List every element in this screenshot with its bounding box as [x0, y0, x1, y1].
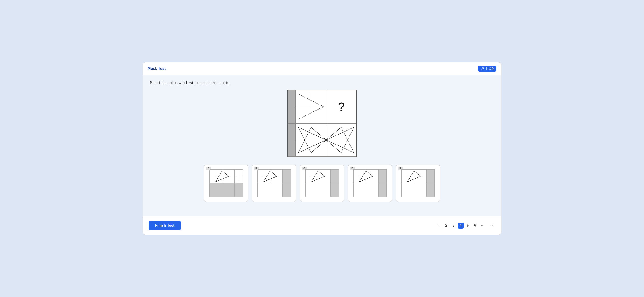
- opt-b-tl-svg: [258, 170, 282, 183]
- page-3-button[interactable]: 3: [450, 222, 456, 228]
- svg-line-12: [298, 127, 326, 140]
- opt-d-bl: [354, 183, 378, 197]
- opt-e-tl: [402, 170, 426, 183]
- matrix-svg-r1c2: [296, 90, 326, 123]
- header: Mock Test ⏱ 11:20: [143, 62, 501, 75]
- matrix-svg-bottom: [296, 124, 356, 156]
- matrix-cell-r1c3: ?: [326, 90, 357, 123]
- prev-page-button[interactable]: ←: [434, 222, 442, 229]
- page-5-button[interactable]: 5: [465, 222, 471, 228]
- opt-c-tr: [330, 170, 339, 183]
- opt-a-bl: [235, 183, 243, 197]
- header-title: Mock Test: [148, 66, 166, 71]
- question-mark: ?: [338, 100, 344, 114]
- opt-c-tl-svg: [306, 170, 330, 183]
- opt-b-br: [283, 183, 291, 197]
- opt-d-tr: [378, 170, 387, 183]
- matrix-cell-r2-bottom: [296, 123, 356, 157]
- pagination: ← 2 3 4 5 6 ··· →: [434, 222, 496, 229]
- content-area: Select the option which will complete th…: [143, 75, 501, 216]
- page-4-button[interactable]: 4: [458, 222, 464, 228]
- option-e[interactable]: E: [396, 164, 440, 202]
- option-a-inner: [209, 169, 243, 197]
- opt-d-tl-svg: [354, 170, 378, 183]
- option-d-inner: [353, 169, 387, 197]
- main-container: Mock Test ⏱ 11:20 Select the option whic…: [143, 62, 501, 235]
- page-6-button[interactable]: 6: [472, 222, 478, 228]
- opt-e-br: [426, 183, 435, 197]
- opt-b-tr: [283, 170, 291, 183]
- option-b-inner: [257, 169, 291, 197]
- opt-e-tr: [426, 170, 435, 183]
- opt-c-tl: [306, 170, 330, 183]
- timer-badge: ⏱ 11:20: [478, 66, 496, 72]
- matrix-cell-r1c2: [296, 90, 326, 123]
- opt-b-tl: [258, 170, 283, 183]
- option-c-inner: [305, 169, 339, 197]
- opt-a-tl-svg: [210, 170, 234, 183]
- opt-d-tl: [354, 170, 378, 183]
- option-a[interactable]: A: [204, 164, 248, 202]
- option-b[interactable]: B: [252, 164, 296, 202]
- opt-a-tr: [235, 170, 243, 183]
- svg-line-15: [326, 127, 354, 140]
- opt-a-br: [210, 183, 235, 197]
- page-2-button[interactable]: 2: [443, 222, 449, 228]
- opt-c-bl: [306, 183, 330, 197]
- options-row: A: [150, 164, 494, 202]
- opt-d-br: [378, 183, 387, 197]
- option-c[interactable]: C: [300, 164, 344, 202]
- next-page-button[interactable]: →: [488, 222, 496, 229]
- option-e-inner: [401, 169, 435, 197]
- page-more-button[interactable]: ···: [480, 222, 486, 228]
- matrix-cell-r1c1: [288, 90, 296, 123]
- opt-a-tl: [210, 170, 235, 183]
- svg-line-27: [270, 171, 277, 176]
- opt-e-tl-svg: [402, 170, 426, 183]
- option-d[interactable]: D: [348, 164, 392, 202]
- opt-c-br: [330, 183, 339, 197]
- opt-e-bl: [402, 183, 426, 197]
- timer-value: 11:20: [486, 67, 494, 70]
- bottom-bar: Finish Test ← 2 3 4 5 6 ··· →: [143, 216, 501, 234]
- matrix-grid: ?: [287, 90, 357, 157]
- svg-line-14: [298, 140, 326, 153]
- matrix-cell-r2c1: [288, 123, 296, 157]
- opt-a-tr-svg: [235, 170, 242, 183]
- svg-line-13: [326, 140, 354, 153]
- opt-b-bl: [258, 183, 283, 197]
- matrix-wrapper: ?: [150, 90, 494, 157]
- question-text: Select the option which will complete th…: [150, 81, 494, 85]
- finish-test-button[interactable]: Finish Test: [148, 221, 181, 230]
- clock-icon: ⏱: [481, 67, 484, 70]
